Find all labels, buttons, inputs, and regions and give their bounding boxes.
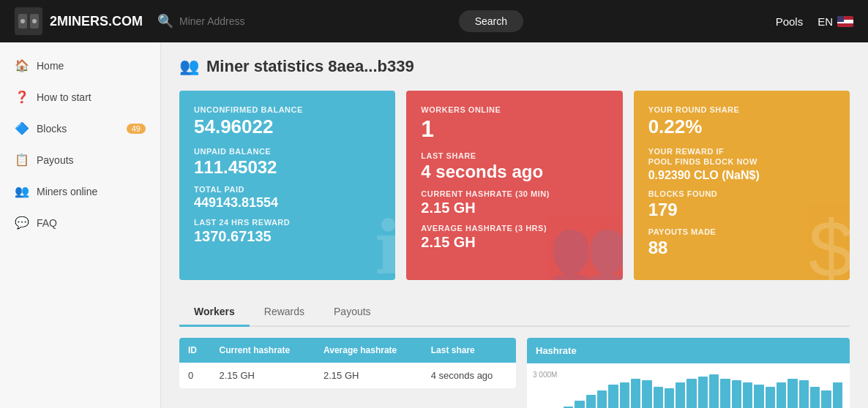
search-icon: 🔍 [157,13,173,29]
cell-average-hashrate: 2.15 GH [315,363,422,388]
chart-bar [799,380,809,408]
unpaid-balance-label: UNPAID BALANCE [194,147,381,156]
chart-bar [754,385,763,408]
flag-icon [837,16,853,27]
language-selector[interactable]: EN [818,15,853,28]
chart-bar [732,380,741,408]
sidebar-item-faq[interactable]: 💬 FAQ [0,207,160,238]
total-paid-value: 449143.81554 [194,195,381,211]
chart-body: 3 000M [527,363,850,408]
chart-bars [534,374,842,408]
blocks-found-label: BLOCKS FOUND [648,189,835,198]
round-share-label: YOUR ROUND SHARE [648,105,835,114]
chart-bar [787,379,797,409]
current-hashrate-label: CURRENT HASHRATE (30 MIN) [421,189,607,198]
header-right: Pools EN [776,15,853,28]
chart-bar [777,382,786,408]
hashrate-chart: Hashrate 3 000M [527,338,850,408]
col-average-hashrate: Average hashrate [315,338,422,363]
col-last-share: Last share [422,338,516,363]
tab-payouts[interactable]: Payouts [319,298,386,327]
page-title-row: 👥 Miner statistics 8aea...b339 [179,57,850,76]
sidebar-item-home[interactable]: 🏠 Home [0,50,160,81]
logo-icon [15,7,42,35]
workers-table-wrap: ID Current hashrate Average hashrate Las… [179,338,516,408]
payouts-icon: 📋 [15,153,29,167]
tab-rewards[interactable]: Rewards [250,298,319,327]
sidebar-item-payouts[interactable]: 📋 Payouts [0,144,160,175]
total-paid-label: TOTAL PAID [194,185,381,194]
average-hashrate-label: AVERAGE HASHRATE (3 HRS) [421,224,607,233]
current-hashrate-value: 2.15 GH [421,200,607,216]
average-hashrate-value: 2.15 GH [421,234,607,251]
chart-bar [631,379,640,409]
logo-text: 2MINERS.COM [50,14,143,29]
reward-label2: POOL FINDS BLOCK NOW [648,157,835,166]
last-24hrs-label: LAST 24 HRS REWARD [194,218,381,227]
blocks-found-value: 179 [648,200,835,220]
payouts-made-label: PAYOUTS MADE [648,227,835,236]
layout: 🏠 Home ❓ How to start 🔷 Blocks 49 📋 Payo… [0,42,868,408]
workers-online-label: WORKERS ONLINE [421,105,607,114]
sidebar: 🏠 Home ❓ How to start 🔷 Blocks 49 📋 Payo… [0,42,161,408]
chart-bar [642,380,651,408]
stats-row: UNCONFIRMED BALANCE 54.96022 UNPAID BALA… [179,91,850,280]
workers-card: WORKERS ONLINE 1 LAST SHARE 4 seconds ag… [406,91,622,280]
miners-icon: 👥 [15,184,29,198]
sidebar-item-how-to-start[interactable]: ❓ How to start [0,81,160,113]
tab-workers[interactable]: Workers [179,298,250,327]
svg-point-2 [20,19,25,23]
home-icon: 🏠 [15,58,29,72]
col-current-hashrate: Current hashrate [211,338,315,363]
last-share-label: LAST SHARE [421,151,607,160]
col-id: ID [179,338,211,363]
search-button[interactable]: Search [459,10,523,32]
sidebar-item-blocks[interactable]: 🔷 Blocks 49 [0,113,160,144]
workers-table: ID Current hashrate Average hashrate Las… [179,338,516,388]
chart-bar [821,390,831,408]
reward-label: YOUR REWARD IF [648,147,835,156]
round-share-card: YOUR ROUND SHARE 0.22% YOUR REWARD IF PO… [634,91,850,280]
workers-online-value: 1 [421,116,607,143]
reward-value: 0.92390 CLO (NaN$) [648,169,835,182]
unpaid-balance-value: 111.45032 [194,157,381,178]
table-row: 0 2.15 GH 2.15 GH 4 seconds ago [179,363,516,388]
faq-icon: 💬 [15,216,29,230]
search-area: 🔍 Search [157,10,523,32]
page-title: Miner statistics 8aea...b339 [206,57,414,76]
chart-bar [698,377,708,408]
cell-last-share: 4 seconds ago [422,363,516,388]
chart-bar [686,379,696,409]
search-input[interactable] [179,15,453,27]
chart-bar [833,382,842,408]
unconfirmed-balance-value: 54.96022 [194,116,381,138]
sidebar-item-miners-online[interactable]: 👥 Miners online [0,175,160,207]
sidebar-label-how-to-start: How to start [37,91,91,103]
unconfirmed-balance-label: UNCONFIRMED BALANCE [194,105,381,114]
last-share-value: 4 seconds ago [421,162,607,182]
logo: 2MINERS.COM [15,7,143,35]
chart-bar [676,382,685,408]
pools-link[interactable]: Pools [776,15,804,28]
main-content: 👥 Miner statistics 8aea...b339 UNCONFIRM… [161,42,868,408]
sidebar-label-blocks: Blocks [37,123,67,135]
chart-bar [620,382,629,408]
chart-bar [654,387,663,409]
chart-title: Hashrate [527,338,850,363]
last-24hrs-value: 1370.67135 [194,228,381,245]
question-icon: ❓ [15,90,29,104]
blocks-badge: 49 [127,124,146,134]
chart-bar [608,385,618,408]
chart-bar [810,387,820,409]
chart-bar [709,374,719,408]
chart-bar [720,379,730,409]
blocks-icon: 🔷 [15,121,29,135]
cell-id: 0 [179,363,211,388]
chart-bar [597,390,607,408]
page-title-icon: 👥 [179,57,199,76]
chart-y-label: 3 000M [533,371,557,379]
lang-label: EN [818,15,833,28]
sidebar-label-miners-online: Miners online [37,186,97,197]
chart-bar [743,382,752,408]
sidebar-label-faq: FAQ [37,217,57,229]
